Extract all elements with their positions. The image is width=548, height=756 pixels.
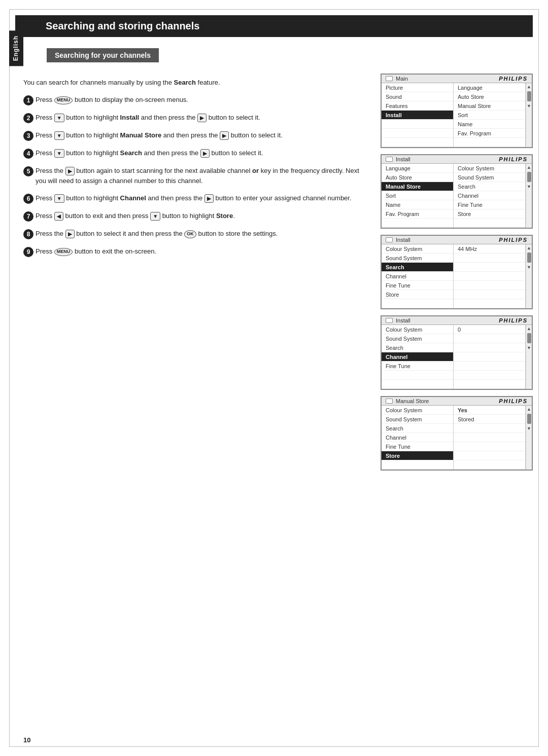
tv-col2-1: Language Auto Store Manual Store Sort Na… — [454, 83, 526, 147]
scroll-down-2: ▼ — [527, 184, 531, 189]
tv-row: Auto Store — [454, 92, 525, 101]
scroll-down-4: ▼ — [527, 345, 531, 350]
tv-row: Fine Tune — [454, 200, 525, 209]
page-number: 10 — [23, 736, 30, 744]
tv-col2-5: Yes Stored — [454, 406, 526, 470]
tv-row: Fine Tune — [382, 281, 453, 290]
tv-row — [382, 129, 453, 138]
scroll-thumb-5 — [527, 414, 531, 424]
tv-col1-3: Colour System Sound System Search Channe… — [382, 244, 454, 308]
tv-row: Colour System — [454, 164, 525, 173]
tv-row: Language — [382, 164, 453, 173]
tv-row: Sound System — [382, 415, 453, 424]
tv-row — [454, 451, 525, 460]
tv-row: Search — [382, 424, 453, 433]
tv-row: Name — [454, 120, 525, 129]
tv-row — [382, 219, 453, 228]
tv-scrollbar-2: ▲ ▼ — [526, 164, 532, 228]
tv-row: Name — [382, 200, 453, 209]
tv-row — [382, 299, 453, 308]
sidebar-tab: English — [9, 30, 23, 66]
tv-screen-4: Install PHILIPS Colour System Sound Syst… — [381, 315, 533, 390]
tv-header-1: Main PHILIPS — [382, 75, 532, 83]
tv-row: Language — [454, 83, 525, 92]
tv-row — [454, 433, 525, 442]
philips-brand-3: PHILIPS — [499, 237, 528, 243]
tv-row: Store — [454, 209, 525, 219]
tv-icon-5 — [386, 399, 393, 404]
tv-breadcrumb-2: Install — [386, 156, 410, 162]
scroll-thumb-1 — [527, 91, 531, 101]
tv-row — [382, 460, 453, 470]
tv-body-4: Colour System Sound System Search Channe… — [382, 325, 532, 389]
tv-row: Manual Store — [454, 101, 525, 111]
tv-screen-2: Install PHILIPS Language Auto Store Manu… — [381, 154, 533, 229]
tv-row: Colour System — [382, 244, 453, 254]
tv-row-highlighted: Channel — [382, 352, 453, 362]
tv-row — [454, 442, 525, 451]
tv-row: Colour System — [382, 325, 453, 334]
tv-row — [454, 263, 525, 272]
tv-scrollbar-1: ▲ ▼ — [526, 83, 532, 147]
philips-brand-1: PHILIPS — [499, 76, 528, 82]
tv-row: Yes — [454, 406, 525, 415]
tv-row: Sort — [382, 191, 453, 200]
philips-brand-5: PHILIPS — [499, 398, 528, 404]
philips-brand-2: PHILIPS — [499, 156, 528, 162]
tv-scrollbar-4: ▲ ▼ — [526, 325, 532, 389]
tv-row: Channel — [382, 272, 453, 281]
scroll-thumb-4 — [527, 333, 531, 343]
tv-row: Picture — [382, 83, 453, 92]
tv-row: 44 MHz — [454, 244, 525, 254]
tv-row — [454, 424, 525, 433]
tv-scrollbar-3: ▲ ▼ — [526, 244, 532, 308]
scroll-thumb-3 — [527, 253, 531, 263]
tv-row: Fine Tune — [382, 362, 453, 371]
scroll-up-2: ▲ — [527, 165, 531, 170]
tv-icon-4 — [386, 318, 393, 323]
scroll-up-3: ▲ — [527, 245, 531, 250]
scroll-down-1: ▼ — [527, 103, 531, 109]
tv-row — [454, 371, 525, 380]
tv-screen-1: Main PHILIPS Picture Sound Features Inst… — [381, 74, 533, 148]
tv-col1-5: Colour System Sound System Search Channe… — [382, 406, 454, 470]
tv-row: Search — [454, 182, 525, 191]
tv-row: Sort — [454, 111, 525, 120]
tv-row: Features — [382, 101, 453, 111]
tv-screen-3: Install PHILIPS Colour System Sound Syst… — [381, 235, 533, 309]
tv-row — [382, 380, 453, 389]
tv-row — [454, 290, 525, 299]
tv-body-2: Language Auto Store Manual Store Sort Na… — [382, 164, 532, 228]
tv-row: Sound System — [454, 173, 525, 182]
tv-row — [454, 362, 525, 371]
tv-row: Auto Store — [382, 173, 453, 182]
tv-row — [382, 371, 453, 380]
tv-col1-1: Picture Sound Features Install — [382, 83, 454, 147]
tv-row: Colour System — [382, 406, 453, 415]
tv-breadcrumb-1: Main — [386, 76, 408, 82]
tv-col2-2: Colour System Sound System Search Channe… — [454, 164, 526, 228]
tv-col1-2: Language Auto Store Manual Store Sort Na… — [382, 164, 454, 228]
tv-row — [382, 138, 453, 147]
tv-screen-5: Manual Store PHILIPS Colour System Sound… — [381, 396, 533, 471]
tv-col2-4: 0 — [454, 325, 526, 389]
tv-row-highlighted: Install — [382, 111, 453, 120]
screens-column: Main PHILIPS Picture Sound Features Inst… — [381, 71, 533, 471]
tv-icon-2 — [386, 157, 393, 162]
scroll-up-4: ▲ — [527, 326, 531, 331]
tv-breadcrumb-3: Install — [386, 237, 410, 243]
tv-row — [454, 138, 525, 147]
tv-icon-1 — [386, 76, 393, 81]
philips-brand-4: PHILIPS — [499, 317, 528, 323]
tv-row — [454, 334, 525, 343]
tv-row — [454, 343, 525, 352]
tv-row — [454, 460, 525, 470]
scroll-down-5: ▼ — [527, 426, 531, 431]
tv-body-3: Colour System Sound System Search Channe… — [382, 244, 532, 308]
tv-row — [454, 380, 525, 389]
tv-breadcrumb-4: Install — [386, 317, 410, 323]
tv-icon-3 — [386, 237, 393, 242]
tv-row: Fav. Program — [454, 129, 525, 138]
tv-row: 0 — [454, 325, 525, 334]
tv-row: Sound — [382, 92, 453, 101]
